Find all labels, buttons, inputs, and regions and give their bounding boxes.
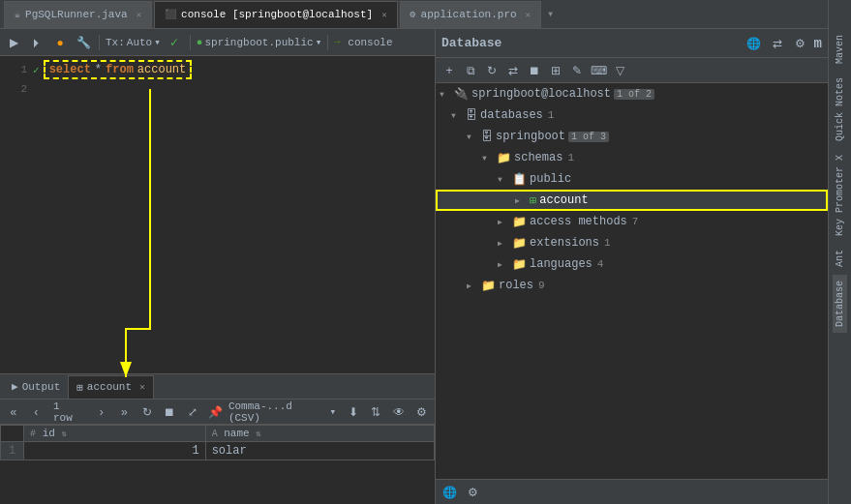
- view-button[interactable]: 👁: [389, 402, 408, 422]
- quicknotes-label[interactable]: Quick Notes: [833, 72, 847, 147]
- data-table: # id ⇅ A name ⇅: [0, 425, 435, 504]
- line-number-2: 2: [4, 83, 27, 95]
- db-stop-button[interactable]: ⏹: [525, 61, 544, 80]
- db-sync2-button[interactable]: ⇄: [503, 61, 523, 80]
- tree-public[interactable]: ▼ 📋 public: [436, 168, 828, 190]
- next-page-button[interactable]: ›: [92, 402, 110, 422]
- close-tab-icon[interactable]: ✕: [137, 10, 141, 20]
- db-copy-button[interactable]: ⧉: [461, 61, 480, 80]
- col-header-name[interactable]: A name ⇅: [205, 426, 434, 442]
- console-icon: ⬛: [165, 9, 176, 20]
- tree-access-methods[interactable]: ▶ 📁 access methods 7: [436, 211, 828, 232]
- csv-dropdown[interactable]: Comma-...d (CSV) ▾: [228, 400, 336, 424]
- tree-expand-icon: ▼: [440, 90, 451, 99]
- tree-databases[interactable]: ▼ 🗄 databases 1: [436, 104, 828, 126]
- row-count: 1 row: [53, 400, 84, 424]
- database-label[interactable]: Database: [833, 275, 847, 333]
- close-tab-icon[interactable]: ✕: [381, 10, 386, 20]
- db-bottom-globe-button[interactable]: 🌐: [440, 483, 459, 502]
- db-sync-button[interactable]: ⇄: [768, 34, 787, 53]
- db-bottom-settings-button[interactable]: ⚙: [463, 483, 482, 502]
- access-methods-label: access methods: [530, 215, 627, 228]
- db-table-button[interactable]: ⊞: [546, 61, 565, 80]
- db-filter-button[interactable]: ▽: [610, 61, 629, 80]
- pin-button[interactable]: 📌: [205, 402, 224, 422]
- tree-connection[interactable]: ▼ 🔌 springboot@localhost 1 of 2: [436, 83, 828, 104]
- name-type-icon: A: [212, 429, 218, 439]
- close-result-tab-icon[interactable]: ✕: [139, 381, 145, 393]
- tx-dropdown-icon[interactable]: ▾: [154, 36, 161, 48]
- more-tabs-button[interactable]: ▾: [547, 7, 554, 21]
- editor-panel: ▶ ⏵ ● 🔧 Tx: Auto ▾ ✓ ● springboot.public…: [0, 29, 436, 504]
- tree-languages[interactable]: ▶ 📁 languages 4: [436, 253, 828, 275]
- first-page-button[interactable]: «: [4, 402, 22, 422]
- db-refresh-button[interactable]: ↻: [482, 61, 501, 80]
- db-globe-button[interactable]: 🌐: [745, 34, 764, 53]
- maven-label[interactable]: Maven: [833, 29, 847, 70]
- tab-console[interactable]: ⬛ console [springboot@localhost] ✕: [154, 1, 397, 28]
- connection-label: springboot@localhost: [471, 87, 611, 101]
- sort-button[interactable]: ⇅: [367, 402, 385, 422]
- console-label: console: [348, 37, 392, 48]
- check-button[interactable]: ✓: [165, 33, 184, 52]
- db-terminal-button[interactable]: ⌨: [589, 61, 608, 80]
- run-button[interactable]: ▶: [4, 33, 23, 52]
- settings-button[interactable]: ⚙: [412, 402, 431, 422]
- db-header: Database 🌐 ⇄ ⚙ m: [436, 29, 828, 58]
- springboot-icon: ●: [197, 37, 203, 48]
- line-number-1: 1: [4, 64, 27, 75]
- db-edit-button[interactable]: ✎: [567, 61, 587, 80]
- keyword-select: select: [49, 63, 91, 76]
- connection-badge: 1 of 2: [614, 89, 654, 100]
- download-button[interactable]: ⬇: [344, 402, 362, 422]
- editor-line-1: 1 ✓ select * from account: [0, 60, 435, 79]
- refresh-button[interactable]: ↻: [137, 402, 156, 422]
- stop-button[interactable]: ⏹: [160, 402, 178, 422]
- editor-content[interactable]: 1 ✓ select * from account 2: [0, 56, 435, 373]
- csv-dropdown-icon: ▾: [330, 405, 337, 418]
- db-settings-button[interactable]: ⚙: [791, 34, 810, 53]
- sort-name-icon: ⇅: [256, 430, 260, 439]
- db-add-button[interactable]: +: [440, 61, 459, 80]
- extensions-label: extensions: [530, 236, 599, 250]
- tree-schemas[interactable]: ▼ 📁 schemas 1: [436, 147, 828, 168]
- close-tab-icon[interactable]: ✕: [526, 10, 531, 20]
- wrench-button[interactable]: 🔧: [74, 33, 93, 52]
- output-panel: ▶ Output ⊞ account ✕ « ‹: [0, 373, 435, 504]
- extensions-icon: 📁: [512, 236, 527, 251]
- tab-output[interactable]: ▶ Output: [4, 375, 68, 399]
- roles-label: roles: [499, 279, 533, 292]
- tab-pgsql[interactable]: ☕ PgSQLRunner.java ✕: [4, 1, 152, 28]
- schemas-label: schemas: [514, 151, 562, 164]
- col-header-id[interactable]: # id ⇅: [24, 426, 206, 442]
- database-panel: Database 🌐 ⇄ ⚙ m + ⧉ ↻ ⇄ ⏹ ⊞ ✎ ⌨ ▽: [436, 29, 828, 504]
- springboot-label: springboot: [496, 130, 565, 143]
- access-methods-icon: 📁: [512, 215, 527, 229]
- db-panel-close-button[interactable]: m: [814, 36, 822, 51]
- keyword-from: from: [106, 63, 134, 76]
- prev-page-button[interactable]: ‹: [26, 402, 45, 422]
- tree-account[interactable]: ▶ ⊞ account: [436, 190, 828, 211]
- keypromoter-label[interactable]: Key Promoter X: [833, 149, 847, 242]
- settings-icon: ⚙: [410, 9, 416, 20]
- resume-button[interactable]: ⏵: [27, 33, 46, 52]
- schema-dropdown[interactable]: ● springboot.public ▾: [197, 36, 321, 48]
- editor-line-2: 2: [0, 79, 435, 99]
- last-page-button[interactable]: »: [115, 402, 134, 422]
- debug-button[interactable]: ●: [50, 33, 70, 52]
- tree-roles[interactable]: ▶ 📁 roles 9: [436, 275, 828, 296]
- tab-application[interactable]: ⚙ application.pro ✕: [400, 1, 541, 28]
- table-icon: ⊞: [76, 381, 83, 394]
- output-tabs: ▶ Output ⊞ account ✕: [0, 374, 435, 400]
- roles-icon: 📁: [481, 279, 496, 293]
- ant-label[interactable]: Ant: [833, 244, 847, 273]
- tab-account-result[interactable]: ⊞ account ✕: [68, 375, 154, 399]
- table-row[interactable]: 1 1 solar: [1, 442, 435, 460]
- languages-label: languages: [530, 257, 593, 271]
- tree-extensions[interactable]: ▶ 📁 extensions 1: [436, 232, 828, 253]
- tab-bar: ☕ PgSQLRunner.java ✕ ⬛ console [springbo…: [0, 0, 851, 29]
- export-button[interactable]: ⤢: [183, 402, 201, 422]
- cell-id: 1: [24, 442, 206, 460]
- right-sidebar: Maven Quick Notes Key Promoter X Ant Dat…: [828, 0, 851, 504]
- tree-springboot[interactable]: ▼ 🗄 springboot 1 of 3: [436, 126, 828, 147]
